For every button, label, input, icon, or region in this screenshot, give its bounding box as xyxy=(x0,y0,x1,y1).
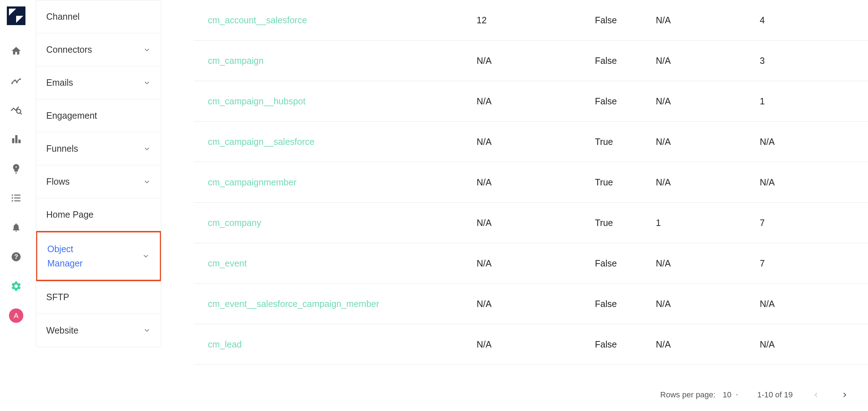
object-link[interactable]: cm_event xyxy=(208,258,247,268)
cell: 12 xyxy=(477,15,595,25)
user-avatar[interactable]: A xyxy=(9,308,23,323)
analytics-search-icon[interactable] xyxy=(9,103,23,117)
cell: N/A xyxy=(477,56,595,66)
sidebar-item-emails[interactable]: Emails xyxy=(36,66,161,99)
chevron-down-icon xyxy=(143,79,151,87)
svg-point-9 xyxy=(11,83,13,84)
svg-rect-17 xyxy=(18,140,20,143)
cell: 7 xyxy=(760,218,854,228)
object-link[interactable]: cm_campaign xyxy=(208,56,264,66)
sidebar-item-home-page[interactable]: Home Page xyxy=(36,198,161,231)
cell: N/A xyxy=(656,177,760,188)
svg-rect-24 xyxy=(14,200,20,202)
bar-chart-icon[interactable] xyxy=(9,132,23,146)
svg-rect-15 xyxy=(12,138,14,143)
object-link[interactable]: cm_lead xyxy=(208,339,242,349)
cell: False xyxy=(595,299,656,309)
chevron-right-icon xyxy=(841,391,849,399)
avatar-letter: A xyxy=(14,312,18,320)
sidebar-item-funnels[interactable]: Funnels xyxy=(36,132,161,165)
svg-rect-20 xyxy=(14,195,20,196)
cell: False xyxy=(595,258,656,269)
cell: N/A xyxy=(656,56,760,66)
cell: N/A xyxy=(477,299,595,309)
object-link[interactable]: cm_account__salesforce xyxy=(208,15,307,25)
app-logo[interactable] xyxy=(7,6,25,25)
sidebar-item-label: Object Manager xyxy=(47,242,83,270)
cell: True xyxy=(595,218,656,228)
svg-marker-27 xyxy=(736,395,738,396)
svg-rect-16 xyxy=(15,135,18,143)
rows-per-page-value: 10 xyxy=(722,390,731,400)
svg-point-10 xyxy=(14,80,16,81)
table-row: cm_company N/A True 1 7 xyxy=(194,203,868,243)
trend-icon[interactable] xyxy=(9,73,23,88)
sidebar-item-label: Funnels xyxy=(46,143,78,154)
cell: 1 xyxy=(656,218,760,228)
rows-per-page-label: Rows per page: xyxy=(660,390,715,400)
settings-icon[interactable] xyxy=(9,279,23,293)
object-link[interactable]: cm_company xyxy=(208,218,261,228)
sidebar-item-channel[interactable]: Channel xyxy=(36,0,161,33)
svg-marker-4 xyxy=(9,16,16,23)
home-icon[interactable] xyxy=(9,44,23,58)
cell: N/A xyxy=(477,96,595,107)
cell: 3 xyxy=(760,56,854,66)
object-link[interactable]: cm_campaignmember xyxy=(208,177,296,187)
help-icon[interactable]: ? xyxy=(9,250,23,264)
sidebar-item-flows[interactable]: Flows xyxy=(36,165,161,198)
cell: False xyxy=(595,56,656,66)
sidebar-item-label: Website xyxy=(46,325,78,336)
object-link[interactable]: cm_campaign__salesforce xyxy=(208,137,314,147)
cell: False xyxy=(595,96,656,107)
icon-rail: ? A xyxy=(0,0,32,411)
cell: N/A xyxy=(477,137,595,147)
next-page-button[interactable] xyxy=(839,389,850,400)
table-row: cm_account__salesforce 12 False N/A 4 xyxy=(194,0,868,41)
cell: 7 xyxy=(760,258,854,269)
pagination: Rows per page: 10 1-10 of 19 xyxy=(194,379,868,411)
sidebar-item-label: SFTP xyxy=(46,292,69,302)
list-icon[interactable] xyxy=(9,191,23,205)
svg-point-19 xyxy=(11,194,13,196)
cell: N/A xyxy=(656,258,760,269)
cell: N/A xyxy=(656,96,760,107)
chevron-down-icon xyxy=(143,178,151,186)
prev-page-button[interactable] xyxy=(811,389,821,400)
cell: True xyxy=(595,177,656,188)
pagination-range: 1-10 of 19 xyxy=(757,390,793,400)
rows-per-page-select[interactable]: 10 xyxy=(722,390,739,400)
table-row: cm_event__salesforce_campaign_member N/A… xyxy=(194,284,868,324)
sidebar-item-label: Home Page xyxy=(46,209,94,220)
cell: N/A xyxy=(760,137,854,147)
svg-point-23 xyxy=(11,200,13,202)
chevron-down-icon xyxy=(143,145,151,153)
sidebar-item-engagement[interactable]: Engagement xyxy=(36,99,161,132)
object-link[interactable]: cm_event__salesforce_campaign_member xyxy=(208,299,379,309)
cell: N/A xyxy=(760,177,854,188)
table-row: cm_campaign N/A False N/A 3 xyxy=(194,41,868,81)
sidebar-item-label: Engagement xyxy=(46,110,97,121)
svg-rect-22 xyxy=(14,198,20,199)
sidebar-item-sftp[interactable]: SFTP xyxy=(36,281,161,314)
sidebar-item-object-manager[interactable]: Object Manager xyxy=(36,231,161,281)
sidebar-item-connectors[interactable]: Connectors xyxy=(36,33,161,66)
main-content: cm_account__salesforce 12 False N/A 4 cm… xyxy=(165,0,868,411)
lightbulb-icon[interactable] xyxy=(9,161,23,176)
cell: True xyxy=(595,137,656,147)
object-link[interactable]: cm_campaign__hubspot xyxy=(208,96,305,106)
rows-per-page: Rows per page: 10 xyxy=(660,390,739,400)
cell: N/A xyxy=(656,339,760,350)
table-row: cm_campaignmember N/A True N/A N/A xyxy=(194,162,868,203)
svg-point-11 xyxy=(16,82,18,83)
bell-icon[interactable] xyxy=(9,220,23,235)
chevron-down-icon xyxy=(143,326,151,334)
cell: N/A xyxy=(656,299,760,309)
cell: N/A xyxy=(477,177,595,188)
cell: N/A xyxy=(656,137,760,147)
svg-text:?: ? xyxy=(14,253,18,260)
cell: False xyxy=(595,339,656,350)
sidebar-item-website[interactable]: Website xyxy=(36,314,161,347)
cell: N/A xyxy=(760,299,854,309)
svg-point-12 xyxy=(19,79,21,80)
